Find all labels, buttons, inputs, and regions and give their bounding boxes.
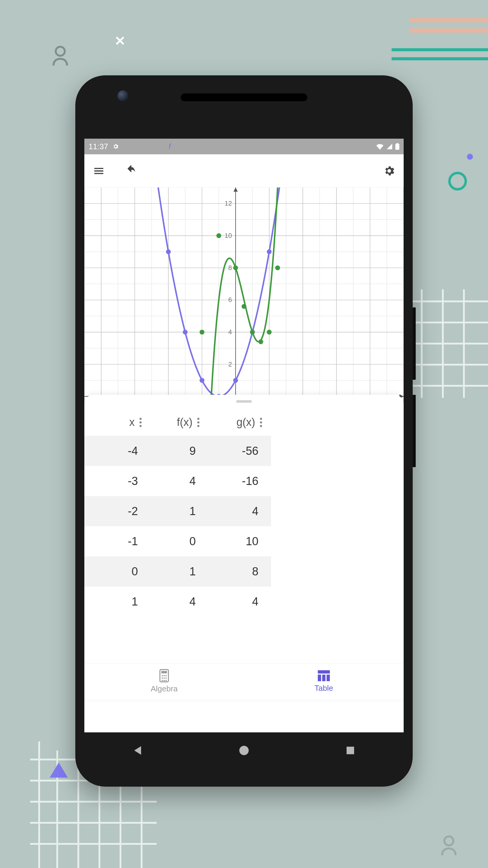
tab-algebra-label: Algebra	[151, 684, 178, 693]
svg-point-113	[275, 266, 280, 270]
svg-rect-25	[395, 144, 399, 150]
bottom-tabs: Algebra Table	[84, 663, 404, 699]
kebab-icon[interactable]	[197, 418, 199, 427]
svg-point-0	[56, 47, 65, 56]
svg-point-1	[444, 836, 453, 845]
svg-point-119	[162, 678, 163, 679]
hamburger-icon	[93, 165, 105, 177]
wifi-icon	[376, 143, 384, 150]
table-row[interactable]: 144	[84, 587, 271, 617]
table-icon	[317, 670, 330, 682]
table-row[interactable]: -1010	[84, 526, 271, 556]
battery-icon	[395, 143, 399, 150]
column-fx-header[interactable]: f(x)	[141, 416, 199, 429]
svg-point-118	[165, 675, 167, 676]
table-row[interactable]: 018	[84, 556, 271, 587]
app-screen: 11:37 f -8-6-4-2246810-224681012	[84, 138, 404, 735]
svg-rect-3	[410, 28, 488, 33]
signal-icon	[386, 143, 393, 150]
svg-point-109	[241, 304, 247, 309]
function-label: f	[169, 142, 171, 151]
function-graph: -8-6-4-2246810-224681012	[84, 187, 404, 429]
gear-icon	[383, 164, 395, 177]
decorative-x: ✕	[115, 33, 126, 49]
undo-icon	[125, 164, 138, 178]
toolbar	[84, 154, 404, 187]
svg-rect-127	[322, 675, 326, 681]
column-x-header[interactable]: x	[93, 416, 141, 429]
svg-point-124	[165, 680, 167, 681]
svg-point-121	[165, 678, 167, 679]
svg-text:2: 2	[228, 361, 232, 368]
status-bar: 11:37 f	[84, 138, 404, 154]
svg-point-111	[258, 339, 263, 344]
calculator-icon	[158, 669, 170, 682]
svg-point-101	[200, 378, 204, 383]
table-row[interactable]: -214	[84, 496, 271, 526]
svg-point-129	[239, 746, 249, 755]
svg-point-106	[200, 330, 204, 335]
svg-rect-126	[318, 675, 321, 681]
svg-point-117	[164, 675, 165, 676]
svg-rect-130	[347, 747, 354, 754]
svg-point-122	[162, 680, 163, 681]
status-time: 11:37	[89, 142, 108, 151]
svg-point-100	[183, 330, 188, 335]
tab-table[interactable]: Table	[244, 663, 404, 699]
undo-button[interactable]	[124, 164, 138, 178]
svg-rect-26	[396, 143, 398, 144]
svg-text:12: 12	[225, 199, 232, 207]
recent-button[interactable]	[344, 744, 357, 757]
svg-point-123	[164, 680, 165, 681]
svg-rect-128	[327, 675, 330, 681]
kebab-icon[interactable]	[260, 418, 262, 427]
table-panel: x f(x) g(x) -49-56-34-16-214-1010018144	[84, 395, 404, 699]
settings-status-icon	[112, 143, 119, 150]
table-header: x f(x) g(x)	[84, 409, 271, 436]
svg-point-112	[267, 330, 272, 335]
svg-text:6: 6	[228, 296, 232, 304]
settings-button[interactable]	[382, 164, 396, 178]
svg-point-99	[166, 249, 171, 254]
value-table: x f(x) g(x) -49-56-34-16-214-1010018144	[84, 409, 271, 617]
svg-point-105	[267, 249, 272, 254]
home-button[interactable]	[237, 744, 251, 757]
table-row[interactable]: -49-56	[84, 436, 271, 466]
phone-frame: 11:37 f -8-6-4-2246810-224681012	[75, 75, 413, 786]
svg-text:8: 8	[228, 264, 232, 272]
svg-rect-5	[392, 57, 488, 60]
column-gx-header[interactable]: g(x)	[199, 416, 262, 429]
kebab-icon[interactable]	[139, 418, 141, 427]
svg-point-108	[233, 266, 238, 270]
svg-rect-4	[392, 48, 488, 51]
svg-point-110	[250, 330, 255, 335]
drag-handle[interactable]	[236, 400, 252, 403]
tab-table-label: Table	[315, 684, 333, 693]
tab-algebra[interactable]: Algebra	[84, 663, 244, 699]
svg-point-120	[164, 678, 165, 679]
svg-rect-2	[410, 18, 488, 22]
svg-text:10: 10	[225, 232, 232, 239]
svg-point-107	[216, 233, 221, 238]
android-nav-bar	[84, 733, 404, 769]
svg-point-103	[233, 378, 238, 383]
svg-point-116	[162, 675, 163, 676]
svg-text:4: 4	[228, 328, 232, 336]
back-button[interactable]	[131, 744, 144, 757]
table-row[interactable]: -34-16	[84, 466, 271, 496]
menu-button[interactable]	[92, 164, 106, 178]
svg-rect-115	[161, 671, 167, 673]
graph-area[interactable]: -8-6-4-2246810-224681012	[84, 187, 404, 429]
svg-rect-125	[318, 670, 330, 674]
